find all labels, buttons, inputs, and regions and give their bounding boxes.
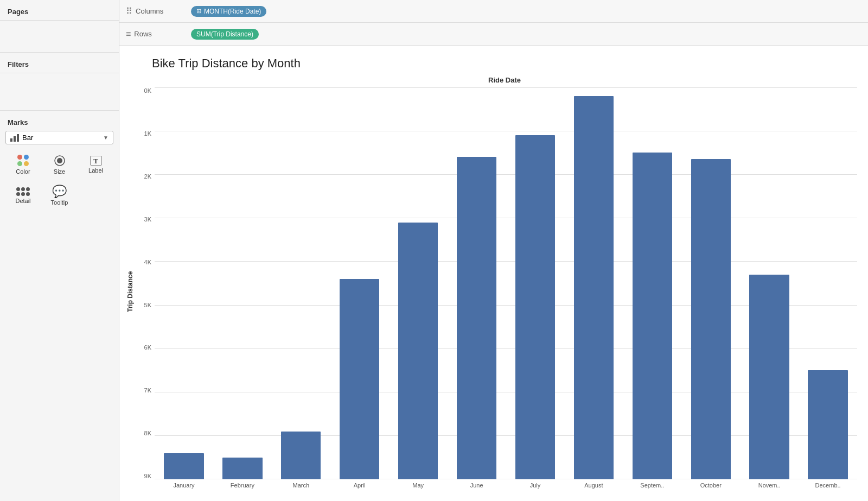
x-label-january: January	[155, 479, 213, 496]
chart-container: Ride Date Trip Distance 9K 8K 7K 6K 5K 4…	[125, 76, 857, 496]
marks-section: Marks Bar ▼ Color	[0, 111, 119, 211]
columns-icon: ⠿	[126, 6, 132, 16]
color-button[interactable]: Color	[5, 150, 41, 180]
tooltip-icon: 💬	[52, 186, 67, 198]
label-icon: T	[90, 156, 102, 166]
rows-icon: ≡	[126, 29, 131, 39]
bar-group	[448, 87, 506, 479]
bar-group	[564, 87, 623, 479]
chart-inner: Trip Distance 9K 8K 7K 6K 5K 4K 3K 2K	[125, 87, 857, 496]
bar-chart-icon	[10, 134, 19, 142]
bar-march[interactable]	[281, 432, 321, 479]
y-axis-label: Trip Distance	[125, 87, 136, 496]
svg-point-1	[57, 158, 62, 163]
tooltip-button[interactable]: 💬 Tooltip	[42, 181, 77, 211]
filters-section: Filters	[0, 53, 119, 111]
marks-dropdown-left: Bar	[10, 134, 33, 142]
marks-type-value: Bar	[22, 134, 33, 142]
marks-label: Marks	[5, 116, 113, 131]
columns-pill-value: MONTH(Ride Date)	[204, 8, 261, 15]
chart-plot: 9K 8K 7K 6K 5K 4K 3K 2K 1K 0K	[136, 87, 857, 496]
columns-shelf-label: ⠿ Columns	[126, 6, 191, 16]
x-label-march: March	[272, 479, 330, 496]
label-button[interactable]: T Label	[78, 150, 113, 180]
bar-august[interactable]	[574, 96, 614, 479]
bar-group	[155, 87, 213, 479]
y-tick: 2K	[144, 173, 151, 180]
columns-text: Columns	[136, 7, 163, 15]
bar-decemb[interactable]	[808, 370, 847, 479]
bar-april[interactable]	[340, 279, 379, 479]
bar-group	[272, 87, 330, 479]
filters-label: Filters	[0, 53, 119, 73]
columns-shelf: ⠿ Columns ⊞ MONTH(Ride Date)	[119, 0, 868, 23]
y-tick: 0K	[144, 87, 151, 94]
x-label-july: July	[506, 479, 565, 496]
size-icon	[54, 155, 66, 167]
x-label-june: June	[448, 479, 506, 496]
x-label-october: October	[681, 479, 740, 496]
y-tick: 7K	[144, 387, 151, 394]
x-label-february: February	[213, 479, 272, 496]
x-label-may: May	[389, 479, 448, 496]
y-tick: 8K	[144, 430, 151, 436]
bar-february[interactable]	[222, 458, 262, 479]
bar-septem[interactable]	[633, 153, 672, 479]
bar-group	[389, 87, 448, 479]
marks-type-dropdown[interactable]: Bar ▼	[5, 131, 113, 144]
chart-area: Bike Trip Distance by Month Ride Date Tr…	[119, 46, 868, 501]
detail-icon	[16, 187, 30, 196]
rows-text: Rows	[134, 30, 152, 38]
bar-june[interactable]	[457, 157, 496, 479]
size-button[interactable]: Size	[42, 150, 77, 180]
rows-pill[interactable]: SUM(Trip Distance)	[191, 29, 259, 40]
y-ticks: 9K 8K 7K 6K 5K 4K 3K 2K 1K 0K	[136, 87, 155, 496]
bar-october[interactable]	[691, 159, 731, 479]
y-tick: 1K	[144, 130, 151, 137]
chart-title: Bike Trip Distance by Month	[152, 56, 857, 71]
bar-group	[740, 87, 799, 479]
detail-label: Detail	[15, 198, 30, 204]
rows-shelf: ≡ Rows SUM(Trip Distance)	[119, 23, 868, 46]
y-tick: 9K	[144, 473, 151, 479]
bar-novem[interactable]	[749, 275, 789, 479]
x-label-decemb: Decemb..	[799, 479, 857, 496]
bar-group	[506, 87, 565, 479]
main-content: ⠿ Columns ⊞ MONTH(Ride Date) ≡ Rows SUM(…	[119, 0, 868, 501]
bars-grid-area: JanuaryFebruaryMarchAprilMayJuneJulyAugu…	[155, 87, 857, 496]
pages-section: Pages	[0, 0, 119, 53]
bars-and-grid: 9K 8K 7K 6K 5K 4K 3K 2K 1K 0K	[136, 87, 857, 496]
columns-pill[interactable]: ⊞ MONTH(Ride Date)	[191, 6, 266, 17]
pages-label: Pages	[0, 0, 119, 21]
y-tick: 6K	[144, 344, 151, 351]
sidebar: Pages Filters Marks Bar ▼	[0, 0, 119, 501]
bar-july[interactable]	[515, 135, 555, 479]
bar-may[interactable]	[398, 223, 438, 479]
bar-group	[799, 87, 857, 479]
x-label-august: August	[564, 479, 623, 496]
detail-button[interactable]: Detail	[5, 181, 41, 211]
x-label-april: April	[330, 479, 389, 496]
tooltip-label: Tooltip	[51, 199, 68, 206]
color-label: Color	[16, 168, 30, 175]
columns-pill-icon: ⊞	[196, 8, 201, 15]
rows-pill-value: SUM(Trip Distance)	[196, 30, 253, 38]
bar-group	[681, 87, 740, 479]
x-axis-title: Ride Date	[152, 76, 857, 84]
bars-row	[155, 87, 857, 479]
y-tick: 5K	[144, 302, 151, 308]
label-label: Label	[88, 167, 103, 174]
y-tick: 4K	[144, 259, 151, 265]
x-label-septem: Septem..	[623, 479, 681, 496]
rows-shelf-label: ≡ Rows	[126, 29, 191, 39]
color-dots-icon	[17, 155, 29, 167]
size-label: Size	[54, 168, 65, 175]
y-tick: 3K	[144, 216, 151, 223]
bar-january[interactable]	[164, 453, 203, 479]
bar-group	[330, 87, 389, 479]
marks-properties-grid: Color Size T Label	[5, 150, 113, 211]
chevron-down-icon: ▼	[103, 135, 108, 141]
x-label-novem: Novem..	[740, 479, 799, 496]
bar-group	[623, 87, 681, 479]
x-labels: JanuaryFebruaryMarchAprilMayJuneJulyAugu…	[155, 479, 857, 496]
